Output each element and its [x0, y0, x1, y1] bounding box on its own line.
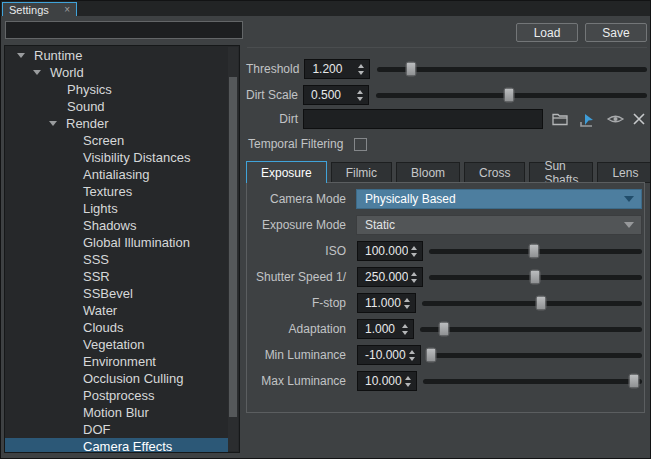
spin-down-icon[interactable]	[358, 71, 364, 75]
spin-down-icon[interactable]	[357, 97, 363, 101]
spin-down-icon[interactable]	[404, 305, 410, 309]
tab-bloom[interactable]: Bloom	[396, 162, 460, 183]
tree-item-camera-effects[interactable]: Camera Effects	[5, 438, 228, 453]
dirt-scale-spinbox[interactable]: 0.500	[303, 85, 369, 105]
tree-item-screen[interactable]: Screen	[5, 132, 228, 149]
tree-scrollbar-thumb[interactable]	[229, 77, 237, 417]
tree-item-ssr[interactable]: SSR	[5, 268, 228, 285]
min-luminance-slider[interactable]	[427, 353, 642, 358]
exposure-mode-value: Static	[365, 218, 395, 232]
tree-item-sss[interactable]: SSS	[5, 251, 228, 268]
exposure-mode-dropdown[interactable]: Static	[356, 215, 642, 235]
tree-scrollbar[interactable]	[228, 47, 238, 451]
tree-item-global-illumination[interactable]: Global Illumination	[5, 234, 228, 251]
max-luminance-spinbox[interactable]: 10.000	[357, 371, 417, 391]
camera-mode-row: Camera Mode Physically Based	[256, 189, 642, 209]
tree-item-antialiasing[interactable]: Antialiasing	[5, 166, 228, 183]
close-icon[interactable]: ×	[64, 5, 70, 15]
iso-slider[interactable]	[429, 249, 642, 254]
spin-up-icon[interactable]	[357, 90, 363, 94]
dirt-scale-slider[interactable]	[376, 93, 647, 98]
tree-item-runtime[interactable]: Runtime	[5, 47, 228, 64]
save-button[interactable]: Save	[585, 23, 647, 42]
spin-up-icon[interactable]	[358, 64, 364, 68]
shutter-speed-1-value: 250.000	[358, 270, 408, 284]
adaptation-spinbox[interactable]: 1.000	[357, 319, 414, 339]
tree-item-ssbevel[interactable]: SSBevel	[5, 285, 228, 302]
f-stop-slider-handle[interactable]	[535, 296, 546, 311]
camera-mode-label: Camera Mode	[256, 192, 346, 206]
shutter-speed-1-slider-handle[interactable]	[529, 270, 540, 285]
spin-down-icon[interactable]	[411, 279, 417, 283]
adaptation-slider[interactable]	[420, 327, 642, 332]
min-luminance-spinbox[interactable]: -10.000	[357, 345, 421, 365]
tree-item-shadows[interactable]: Shadows	[5, 217, 228, 234]
threshold-slider[interactable]	[377, 67, 647, 72]
tree-item-dof[interactable]: DOF	[5, 421, 228, 438]
spin-down-icon[interactable]	[402, 331, 408, 335]
tab-filmic[interactable]: Filmic	[331, 162, 392, 183]
tree-item-motion-blur[interactable]: Motion Blur	[5, 404, 228, 421]
shutter-speed-1-spinbox[interactable]: 250.000	[357, 267, 423, 287]
adaptation-row: Adaptation1.000	[256, 319, 642, 339]
tree-item-occlusion-culling[interactable]: Occlusion Culling	[5, 370, 228, 387]
shutter-speed-1-slider[interactable]	[429, 275, 642, 280]
max-luminance-slider-handle[interactable]	[629, 374, 640, 389]
f-stop-slider[interactable]	[422, 301, 642, 306]
tab-sun-shafts[interactable]: Sun Shafts	[529, 162, 593, 183]
tree-item-clouds[interactable]: Clouds	[5, 319, 228, 336]
max-luminance-value: 10.000	[358, 374, 402, 388]
expand-arrow-icon[interactable]	[17, 53, 25, 58]
tree-item-label: World	[50, 65, 84, 80]
spin-down-icon[interactable]	[411, 253, 417, 257]
tree-item-postprocess[interactable]: Postprocess	[5, 387, 228, 404]
iso-slider-handle[interactable]	[528, 244, 539, 259]
tree-item-world[interactable]: World	[5, 64, 228, 81]
threshold-spinbox[interactable]: 1.200	[304, 59, 370, 79]
spin-up-icon[interactable]	[409, 350, 415, 354]
threshold-slider-handle[interactable]	[406, 62, 417, 77]
camera-mode-dropdown[interactable]: Physically Based	[356, 189, 642, 209]
tree-item-visibility-distances[interactable]: Visibility Distances	[5, 149, 228, 166]
tab-settings[interactable]: Settings ×	[2, 2, 77, 16]
adaptation-value: 1.000	[358, 322, 399, 336]
eye-icon[interactable]	[606, 112, 625, 126]
load-button[interactable]: Load	[516, 23, 578, 42]
expand-arrow-icon[interactable]	[33, 70, 41, 75]
iso-spinbox[interactable]: 100.000	[357, 241, 423, 261]
tree-item-lights[interactable]: Lights	[5, 200, 228, 217]
tree-item-water[interactable]: Water	[5, 302, 228, 319]
tab-exposure[interactable]: Exposure	[246, 161, 327, 183]
tree-item-textures[interactable]: Textures	[5, 183, 228, 200]
tree-item-sound[interactable]: Sound	[5, 98, 228, 115]
temporal-filtering-checkbox[interactable]	[354, 138, 367, 151]
dirt-texture-input[interactable]	[303, 109, 543, 129]
dirt-scale-label: Dirt Scale	[246, 88, 298, 102]
tree-search-input[interactable]	[5, 21, 243, 39]
tab-lens[interactable]: Lens	[597, 162, 651, 183]
tree-item-environment[interactable]: Environment	[5, 353, 228, 370]
iso-value: 100.000	[358, 244, 408, 258]
tree-item-render[interactable]: Render	[5, 115, 228, 132]
spin-up-icon[interactable]	[405, 376, 411, 380]
max-luminance-slider[interactable]	[423, 379, 642, 384]
spin-up-icon[interactable]	[411, 246, 417, 250]
spin-down-icon[interactable]	[405, 383, 411, 387]
spin-up-icon[interactable]	[411, 272, 417, 276]
min-luminance-slider-handle[interactable]	[426, 348, 437, 363]
tab-cross[interactable]: Cross	[464, 162, 525, 183]
clear-icon[interactable]	[631, 111, 647, 127]
tree-item-vegetation[interactable]: Vegetation	[5, 336, 228, 353]
min-luminance-row: Min Luminance-10.000	[256, 345, 642, 365]
dirt-scale-slider-handle[interactable]	[503, 88, 514, 103]
folder-icon[interactable]	[551, 111, 569, 127]
expand-arrow-icon[interactable]	[49, 121, 57, 126]
tree-item-physics[interactable]: Physics	[5, 81, 228, 98]
adaptation-slider-handle[interactable]	[439, 322, 450, 337]
tree-item-label: Clouds	[83, 320, 123, 335]
spin-up-icon[interactable]	[404, 298, 410, 302]
import-asset-icon[interactable]	[578, 111, 597, 128]
spin-down-icon[interactable]	[409, 357, 415, 361]
spin-up-icon[interactable]	[402, 324, 408, 328]
f-stop-spinbox[interactable]: 11.000	[357, 293, 416, 313]
